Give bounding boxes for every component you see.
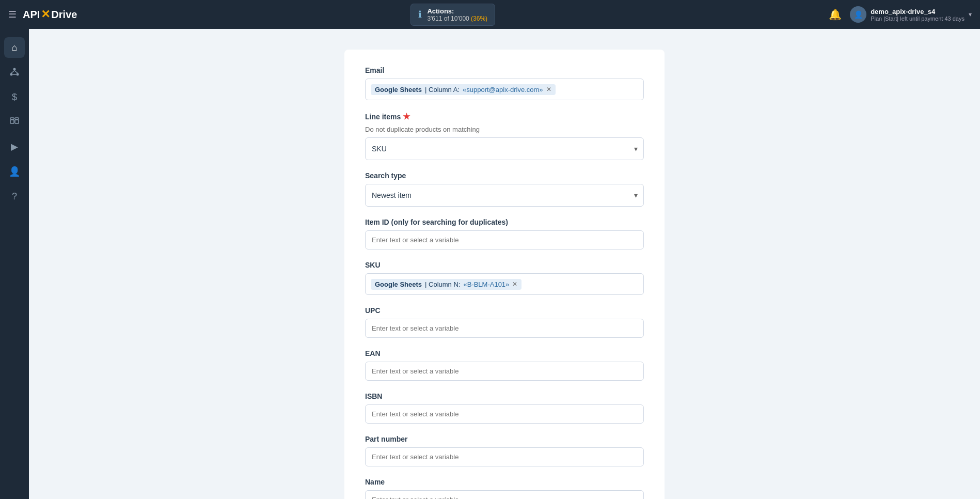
- sku-tag-value: «B-BLM-A101»: [463, 280, 509, 288]
- search-type-group: Search type Newest item Oldest item ▾: [365, 171, 644, 207]
- item-id-group: Item ID (only for searching for duplicat…: [365, 218, 644, 250]
- search-type-select-wrapper: Newest item Oldest item ▾: [365, 184, 644, 207]
- user-name: demo_apix-drive_s4: [871, 8, 965, 15]
- logo-api: API: [23, 9, 40, 21]
- svg-point-2: [17, 73, 19, 76]
- ean-label: EAN: [365, 349, 644, 357]
- sku-tag-input[interactable]: Google Sheets | Column N: «B-BLM-A101» ✕: [365, 273, 644, 295]
- duplicate-select[interactable]: SKU UPC EAN ISBN Part number: [365, 137, 644, 160]
- item-id-input[interactable]: [365, 230, 644, 250]
- part-number-label: Part number: [365, 435, 644, 443]
- sku-tag-separator: | Column N:: [425, 280, 460, 288]
- sku-tag: Google Sheets | Column N: «B-BLM-A101» ✕: [371, 279, 521, 290]
- sidebar: ⌂ $ ▶ 👤 ?: [0, 29, 29, 499]
- info-icon: ℹ: [418, 9, 422, 20]
- email-tag-close[interactable]: ✕: [546, 86, 551, 92]
- sku-tag-close[interactable]: ✕: [512, 281, 517, 287]
- email-field-group: Email Google Sheets | Column A: «support…: [365, 66, 644, 100]
- navbar: ☰ API ✕ Drive ℹ Actions: 3'611 of 10'000…: [0, 0, 980, 29]
- sku-label: SKU: [365, 261, 644, 269]
- sidebar-item-billing[interactable]: $: [4, 87, 25, 107]
- logo-drive: Drive: [51, 9, 77, 21]
- search-type-label: Search type: [365, 171, 644, 180]
- navbar-left: ☰ API ✕ Drive: [8, 8, 77, 21]
- svg-rect-7: [15, 120, 19, 123]
- ean-input[interactable]: [365, 362, 644, 381]
- name-input[interactable]: [365, 490, 644, 499]
- svg-line-3: [11, 71, 14, 73]
- actions-stats: 3'611 of 10'000 (36%): [427, 15, 487, 22]
- isbn-label: ISBN: [365, 392, 644, 400]
- upc-label: UPC: [365, 306, 644, 315]
- part-number-input[interactable]: [365, 447, 644, 466]
- search-type-select[interactable]: Newest item Oldest item: [365, 184, 644, 207]
- navbar-center: ℹ Actions: 3'611 of 10'000 (36%): [410, 4, 495, 26]
- sidebar-item-network[interactable]: [4, 62, 25, 83]
- duplicate-select-wrapper: SKU UPC EAN ISBN Part number ▾: [365, 137, 644, 160]
- duplicate-sublabel: Do not duplicate products on matching: [365, 126, 644, 133]
- actions-label: Actions:: [427, 7, 487, 15]
- isbn-input[interactable]: [365, 404, 644, 424]
- user-section[interactable]: 👤 demo_apix-drive_s4 Plan |Start| left u…: [850, 6, 972, 23]
- sku-group: SKU Google Sheets | Column N: «B-BLM-A10…: [365, 261, 644, 295]
- avatar: 👤: [850, 6, 866, 23]
- svg-rect-8: [10, 118, 14, 119]
- svg-point-0: [13, 68, 16, 71]
- name-label: Name: [365, 478, 644, 486]
- isbn-group: ISBN: [365, 392, 644, 424]
- sidebar-item-home[interactable]: ⌂: [4, 37, 25, 58]
- email-tag-value: «support@apix-drive.com»: [463, 86, 543, 93]
- upc-group: UPC: [365, 306, 644, 338]
- main-content: Email Google Sheets | Column A: «support…: [29, 29, 980, 499]
- sidebar-item-profile[interactable]: 👤: [4, 161, 25, 182]
- content-panel: Email Google Sheets | Column A: «support…: [344, 50, 665, 499]
- sidebar-item-help[interactable]: ?: [4, 186, 25, 207]
- chevron-down-icon: ▾: [969, 11, 972, 18]
- logo: API ✕ Drive: [23, 8, 77, 21]
- svg-point-1: [10, 73, 13, 76]
- item-id-label: Item ID (only for searching for duplicat…: [365, 218, 644, 226]
- required-star: ★: [403, 112, 410, 121]
- user-plan: Plan |Start| left until payment 43 days: [871, 15, 965, 22]
- line-items-label: Line items ★: [365, 112, 644, 121]
- actions-box: ℹ Actions: 3'611 of 10'000 (36%): [410, 4, 495, 26]
- svg-rect-9: [15, 118, 19, 119]
- email-tag-input[interactable]: Google Sheets | Column A: «support@apix-…: [365, 79, 644, 100]
- line-items-group: Line items ★ Do not duplicate products o…: [365, 112, 644, 160]
- part-number-group: Part number: [365, 435, 644, 466]
- hamburger-icon[interactable]: ☰: [8, 9, 17, 20]
- ean-group: EAN: [365, 349, 644, 381]
- email-tag: Google Sheets | Column A: «support@apix-…: [371, 84, 556, 95]
- user-info: demo_apix-drive_s4 Plan |Start| left unt…: [871, 8, 965, 22]
- actions-info: Actions: 3'611 of 10'000 (36%): [427, 7, 487, 22]
- sku-tag-source: Google Sheets: [375, 280, 422, 288]
- upc-input[interactable]: [365, 319, 644, 338]
- logo-x: ✕: [41, 8, 50, 21]
- navbar-right: 🔔 👤 demo_apix-drive_s4 Plan |Start| left…: [829, 6, 972, 23]
- email-tag-separator: | Column A:: [425, 86, 460, 93]
- svg-line-4: [14, 71, 18, 73]
- email-label: Email: [365, 66, 644, 74]
- sidebar-item-projects[interactable]: [4, 112, 25, 132]
- email-tag-source: Google Sheets: [375, 86, 422, 93]
- name-group: Name: [365, 478, 644, 499]
- svg-rect-6: [10, 120, 14, 123]
- bell-icon[interactable]: 🔔: [829, 8, 842, 21]
- sidebar-item-video[interactable]: ▶: [4, 136, 25, 157]
